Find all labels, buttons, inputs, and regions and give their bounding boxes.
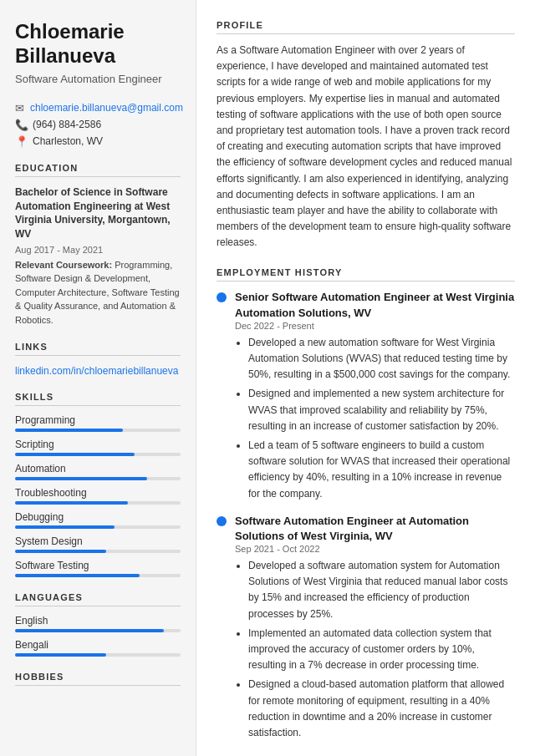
language-bar-fill <box>15 653 106 657</box>
education-degree: Bachelor of Science in Software Automati… <box>15 185 181 241</box>
skill-bar-bg <box>15 429 181 432</box>
skill-label: Debugging <box>15 511 181 523</box>
phone-text: (964) 884-2586 <box>33 119 101 130</box>
language-bar-fill <box>15 629 164 632</box>
job-bullet: Implemented an automated data collection… <box>248 626 515 674</box>
skill-label: Software Testing <box>15 560 181 571</box>
coursework-label: Relevant Coursework: <box>15 260 112 270</box>
skill-item: System Design <box>15 535 181 553</box>
links-section-title: LINKS <box>15 342 181 356</box>
profile-text: As a Software Automation Engineer with o… <box>217 43 515 251</box>
skill-label: Troubleshooting <box>15 487 181 499</box>
job-bullet: Designed and implemented a new system ar… <box>248 386 515 434</box>
skill-label: Scripting <box>15 439 181 450</box>
skill-item: Programming <box>15 414 181 432</box>
language-label: English <box>15 615 181 627</box>
skill-bar-bg <box>15 453 181 456</box>
profile-section-title: PROFILE <box>217 20 515 34</box>
language-item: Bengali <box>15 639 181 657</box>
skill-label: System Design <box>15 535 181 547</box>
skill-item: Scripting <box>15 439 181 456</box>
skill-bar-fill <box>15 550 106 553</box>
hobbies-section-title: HOBBIES <box>15 672 181 686</box>
job-dates: Dec 2022 - Present <box>235 321 515 331</box>
sidebar: Chloemarie Billanueva Software Automatio… <box>0 0 196 756</box>
skill-bar-bg <box>15 574 181 577</box>
skill-bar-fill <box>15 429 123 432</box>
job-bullet: Designed a cloud-based automation platfo… <box>248 677 515 741</box>
job-title: Senior Software Automation Engineer at W… <box>235 290 515 320</box>
skill-item: Debugging <box>15 511 181 529</box>
links-section: linkedin.com/in/chloemariebillanueva <box>15 364 181 377</box>
job-bullet: Led a team of 5 software engineers to bu… <box>248 438 515 502</box>
skill-item: Troubleshooting <box>15 487 181 505</box>
language-label: Bengali <box>15 639 181 651</box>
location-text: Charleston, WV <box>33 135 103 147</box>
skill-item: Automation <box>15 463 181 480</box>
skill-label: Automation <box>15 463 181 474</box>
job-title: Software Automation Engineer <box>15 72 181 87</box>
job-dot <box>217 516 227 526</box>
skill-bar-bg <box>15 477 181 480</box>
skill-bar-bg <box>15 501 181 505</box>
education-section-title: EDUCATION <box>15 163 181 177</box>
skills-list: Programming Scripting Automation Trouble… <box>15 414 181 577</box>
skill-bar-fill <box>15 501 128 505</box>
contact-phone: 📞 (964) 884-2586 <box>15 119 181 131</box>
employment-section: EMPLOYMENT HISTORY Senior Software Autom… <box>217 267 515 744</box>
job-dates: Sep 2021 - Oct 2022 <box>235 544 515 554</box>
candidate-name: Chloemarie Billanueva <box>15 20 181 68</box>
main-content: PROFILE As a Software Automation Enginee… <box>196 0 535 756</box>
skill-label: Programming <box>15 414 181 426</box>
languages-list: English Bengali <box>15 615 181 657</box>
contact-email: ✉ chloemarie.billanueva@gmail.com <box>15 102 181 114</box>
contact-location: 📍 Charleston, WV <box>15 135 181 148</box>
email-icon: ✉ <box>15 102 24 114</box>
jobs-list: Senior Software Automation Engineer at W… <box>217 290 515 744</box>
profile-section: PROFILE As a Software Automation Enginee… <box>217 20 515 251</box>
skill-item: Software Testing <box>15 560 181 577</box>
skills-section-title: SKILLS <box>15 392 181 406</box>
job-item: Software Automation Engineer at Automati… <box>217 514 515 744</box>
location-icon: 📍 <box>15 135 27 148</box>
job-content: Senior Software Automation Engineer at W… <box>235 290 515 505</box>
skill-bar-bg <box>15 550 181 553</box>
linkedin-link[interactable]: linkedin.com/in/chloemariebillanueva <box>15 365 178 377</box>
job-bullets: Developed a software automation system f… <box>235 558 515 741</box>
languages-section-title: LANGUAGES <box>15 592 181 606</box>
skill-bar-fill <box>15 525 115 529</box>
job-item: Senior Software Automation Engineer at W… <box>217 290 515 505</box>
job-bullet: Developed a new automation software for … <box>248 335 515 383</box>
email-link[interactable]: chloemarie.billanueva@gmail.com <box>30 102 183 114</box>
language-bar-bg <box>15 629 181 632</box>
job-bullet: Developed a software automation system f… <box>248 558 515 622</box>
language-item: English <box>15 615 181 632</box>
skill-bar-fill <box>15 574 140 577</box>
skill-bar-fill <box>15 453 135 456</box>
employment-section-title: EMPLOYMENT HISTORY <box>217 267 515 282</box>
job-content: Software Automation Engineer at Automati… <box>235 514 515 744</box>
education-coursework: Relevant Coursework: Programming, Softwa… <box>15 258 181 327</box>
phone-icon: 📞 <box>15 119 27 131</box>
language-bar-bg <box>15 653 181 657</box>
job-title: Software Automation Engineer at Automati… <box>235 514 515 544</box>
skill-bar-bg <box>15 525 181 529</box>
job-bullets: Developed a new automation software for … <box>235 335 515 502</box>
skill-bar-fill <box>15 477 147 480</box>
job-dot <box>217 292 227 302</box>
education-dates: Aug 2017 - May 2021 <box>15 245 181 255</box>
